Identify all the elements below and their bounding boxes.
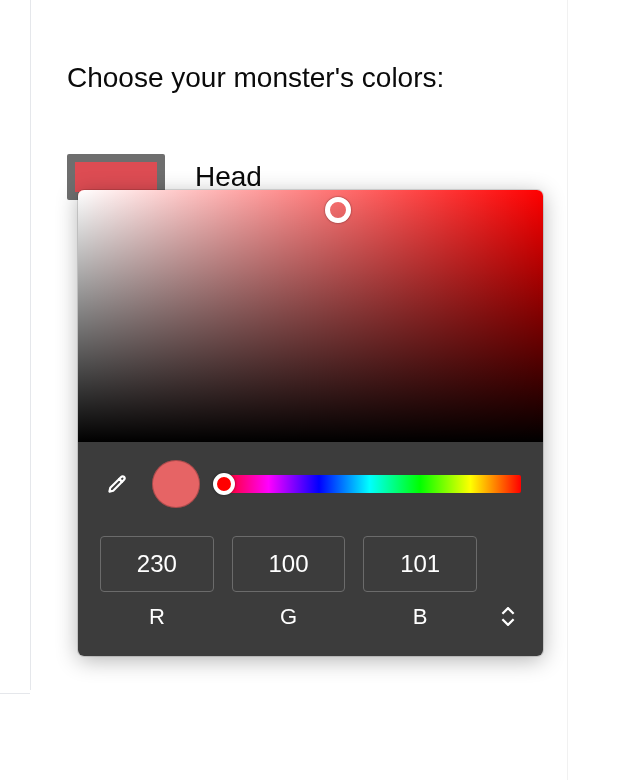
rgb-inputs-row: R G B xyxy=(100,536,521,630)
color-picker-popover: R G B xyxy=(78,190,543,656)
b-input[interactable] xyxy=(363,536,477,592)
picker-lower: R G B xyxy=(78,442,543,656)
section-heading: Choose your monster's colors: xyxy=(67,62,567,94)
color-mode-toggle[interactable] xyxy=(495,607,521,626)
r-field: R xyxy=(100,536,214,630)
b-field: B xyxy=(363,536,477,630)
g-field: G xyxy=(232,536,346,630)
divider-horizontal xyxy=(0,693,30,694)
sv-handle[interactable] xyxy=(325,197,351,223)
hue-slider[interactable] xyxy=(218,475,521,493)
hue-slider-handle[interactable] xyxy=(213,473,235,495)
g-input[interactable] xyxy=(232,536,346,592)
r-input[interactable] xyxy=(100,536,214,592)
head-color-label: Head xyxy=(195,161,262,193)
saturation-value-area[interactable] xyxy=(78,190,543,442)
eyedropper-button[interactable] xyxy=(100,467,134,501)
hue-row xyxy=(100,460,521,508)
current-color-swatch xyxy=(152,460,200,508)
b-label: B xyxy=(413,604,428,630)
g-label: G xyxy=(280,604,297,630)
chevron-up-icon xyxy=(501,607,515,616)
eyedropper-icon xyxy=(104,471,130,497)
sv-black-gradient xyxy=(78,190,543,442)
chevron-down-icon xyxy=(501,617,515,626)
r-label: R xyxy=(149,604,165,630)
